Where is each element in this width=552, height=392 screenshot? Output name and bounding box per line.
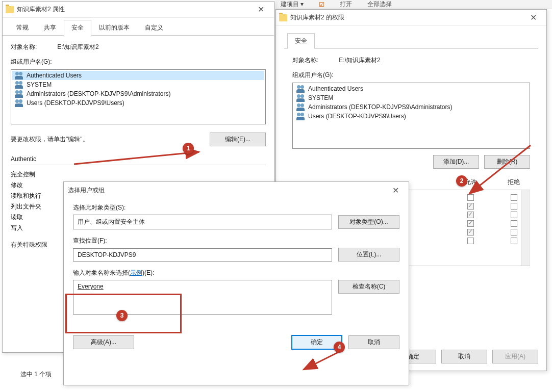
deny-checkbox[interactable] (511, 194, 517, 201)
user-listbox[interactable]: Authenticated Users SYSTEM Administrator… (292, 83, 530, 149)
dialog-title: 选择用户或组 (68, 186, 385, 195)
object-name-label: 对象名称: (292, 56, 318, 65)
deny-header: 拒绝 (508, 178, 520, 187)
allow-checkbox[interactable] (467, 212, 474, 218)
users-icon (296, 113, 305, 120)
object-types-button[interactable]: 对象类型(O)... (338, 215, 399, 229)
dialog-title: 知识库素材2 属性 (17, 5, 250, 14)
deny-checkbox[interactable] (511, 229, 517, 236)
object-name-label: 对象名称: (11, 43, 37, 51)
users-icon (14, 81, 23, 88)
tabs: 常规 共享 安全 以前的版本 自定义 (3, 20, 274, 36)
tab-general[interactable]: 常规 (9, 20, 36, 36)
users-icon (14, 72, 23, 79)
perm-row: 完全控制 (11, 169, 266, 180)
location-label: 查找位置(F): (73, 237, 399, 245)
folder-icon (6, 6, 14, 13)
title-bar: 选择用户或组 ✕ (64, 182, 409, 198)
tab-share[interactable]: 共享 (36, 20, 64, 36)
tab-security[interactable]: 安全 (64, 20, 91, 36)
group-users-label: 组或用户名(G): (11, 58, 266, 66)
enter-names-label: 输入对象名称来选择(示例)(E): (73, 269, 399, 277)
close-icon[interactable]: ✕ (250, 3, 271, 17)
tab-security[interactable]: 安全 (287, 33, 315, 49)
object-type-value: 用户、组或内置安全主体 (73, 215, 332, 229)
status-selected: 选中 1 个项 (20, 370, 52, 379)
users-icon (14, 99, 23, 107)
check-names-button[interactable]: 检查名称(C) (338, 280, 399, 294)
select-users-dialog: 选择用户或组 ✕ 选择此对象类型(S): 用户、组或内置安全主体 对象类型(O)… (63, 181, 409, 385)
deny-checkbox[interactable] (511, 212, 517, 218)
apply-button[interactable]: 应用(A) (492, 350, 538, 363)
annotation-badge-1: 1 (183, 143, 194, 154)
allow-checkbox[interactable] (467, 203, 474, 210)
annotation-badge-4: 4 (334, 342, 345, 353)
permissions-for-label: Authentic (11, 155, 266, 163)
scrollbar-vertical[interactable] (521, 190, 529, 266)
dialog-title: 知识库素材2 的权限 (290, 13, 523, 22)
list-item[interactable]: Authenticated Users (12, 71, 264, 80)
edit-hint: 要更改权限，请单击"编辑"。 (11, 135, 210, 144)
ribbon-fragment: 建项目 ▾ ☑ 打开 全部选择 (275, 0, 552, 9)
annotation-badge-3: 3 (116, 310, 128, 321)
users-icon (296, 94, 305, 101)
users-icon (296, 85, 305, 92)
object-name-value: E:\知识库素材2 (339, 56, 380, 65)
tab-previous[interactable]: 以前的版本 (91, 20, 137, 36)
annotation-badge-2: 2 (456, 175, 467, 187)
close-icon[interactable]: ✕ (523, 11, 543, 25)
edit-button[interactable]: 编辑(E)... (210, 133, 266, 146)
object-name-value: E:\知识库素材2 (57, 43, 98, 51)
allow-checkbox[interactable] (467, 238, 474, 244)
add-button[interactable]: 添加(D)... (433, 155, 479, 169)
deny-checkbox[interactable] (511, 220, 517, 227)
cancel-button[interactable]: 取消 (348, 335, 399, 349)
user-listbox[interactable]: Authenticated Users SYSTEM Administrator… (11, 69, 266, 124)
allow-checkbox[interactable] (467, 194, 474, 201)
list-item[interactable]: Administrators (DESKTOP-KDJVPS9\Administ… (12, 89, 264, 98)
allow-checkbox[interactable] (467, 220, 474, 227)
list-item[interactable]: SYSTEM (12, 80, 264, 89)
title-bar: 知识库素材2 的权限 ✕ (276, 10, 546, 26)
examples-link[interactable]: 示例 (130, 269, 142, 276)
locations-button[interactable]: 位置(L)... (338, 248, 399, 262)
advanced-button[interactable]: 高级(A)... (73, 335, 134, 349)
deny-checkbox[interactable] (511, 203, 517, 210)
location-value: DESKTOP-KDJVPS9 (73, 248, 332, 262)
tabs: 安全 (284, 33, 538, 49)
title-bar: 知识库素材2 属性 ✕ (3, 2, 274, 18)
folder-icon (279, 14, 287, 21)
tab-custom[interactable]: 自定义 (137, 20, 171, 36)
object-type-label: 选择此对象类型(S): (73, 203, 399, 212)
cancel-button[interactable]: 取消 (441, 350, 487, 363)
deny-checkbox[interactable] (511, 238, 517, 244)
list-item[interactable]: Users (DESKTOP-KDJVPS9\Users) (12, 98, 264, 108)
allow-checkbox[interactable] (467, 229, 474, 236)
users-icon (14, 90, 23, 97)
close-icon[interactable]: ✕ (385, 183, 406, 197)
group-users-label: 组或用户名(G): (292, 71, 530, 80)
users-icon (296, 103, 305, 111)
remove-button[interactable]: 删除(R) (484, 155, 530, 169)
